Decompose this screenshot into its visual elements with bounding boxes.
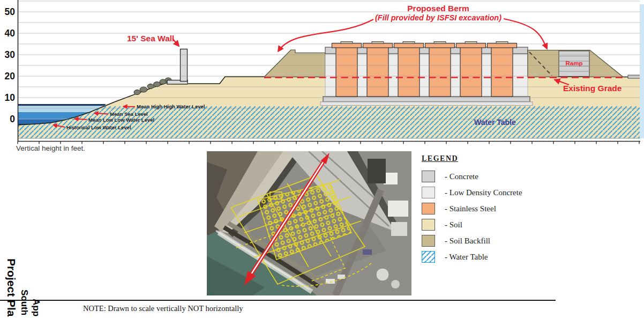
svg-text:Mean Low Low Water Level: Mean Low Low Water Level [88,117,154,123]
stainless-steel-swatch [422,203,435,215]
svg-text:Mean Sea Level: Mean Sea Level [110,111,148,117]
proposed-berm-label: Proposed Berm [407,4,469,13]
concrete-swatch [422,171,435,182]
aerial-photo [207,151,411,295]
cross-section-diagram: Ramp 50 40 30 20 10 0 15' Sea Wall Propo… [0,0,644,146]
svg-text:50: 50 [5,6,16,17]
figure-page: Ramp 50 40 30 20 10 0 15' Sea Wall Propo… [0,0,644,318]
page-edge-strip [640,4,644,138]
low-density-concrete-swatch [422,187,435,198]
soil-swatch [422,219,435,231]
svg-text:30: 30 [5,49,16,60]
proposed-berm-sublabel: (Fill provided by ISFSI excavation) [375,13,501,22]
legend-item-soil: - Soil [422,219,545,231]
legend: LEGEND - Concrete - Low Density Concrete… [422,154,545,267]
scale-note: NOTE: Drawn to scale vertically NOT hori… [83,304,243,313]
svg-text:20: 20 [5,71,16,82]
water-table-label: Water Table [474,118,516,127]
legend-item-soil-backfill: - Soil Backfill [422,235,545,247]
axis-caption: Vertical height in feet. [16,144,85,152]
svg-text:Mean High High Water Level: Mean High High Water Level [137,103,205,109]
sea-wall-label: 15' Sea Wall [127,34,174,43]
soil-backfill-swatch [422,235,435,247]
existing-grade-label: Existing Grade [563,84,622,93]
legend-title: LEGEND [422,154,545,163]
svg-text:40: 40 [5,28,16,39]
legend-item-low-density-concrete: - Low Density Concrete [422,187,545,198]
svg-text:Historical Low Water Level: Historical Low Water Level [66,124,131,130]
legend-item-water-table: - Water Table [422,251,545,263]
water-table-swatch [422,251,435,263]
margin-text-project: Project Pla [5,258,18,317]
svg-text:10: 10 [5,92,16,103]
storage-vault [320,42,533,106]
svg-text:0: 0 [10,114,15,124]
legend-item-concrete: - Concrete [422,171,545,182]
left-berm-backfill [264,50,325,77]
margin-text-south: South [19,290,29,315]
margin-text-app: App [31,299,41,316]
legend-item-stainless-steel: - Stainless Steel [422,203,545,215]
y-axis-tick-labels: 50 40 30 20 10 0 [5,6,16,124]
divider-line [0,300,556,301]
